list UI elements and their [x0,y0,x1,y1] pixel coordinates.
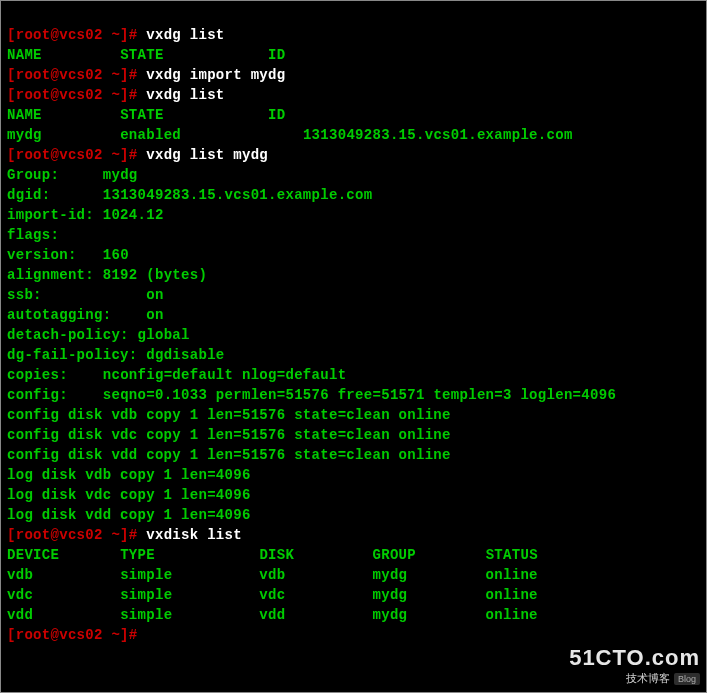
disk-status: online [486,607,538,623]
disk-type: simple [120,567,172,583]
disk-device: vdb [7,567,33,583]
cmd-vxdisk-list: vxdisk list [146,527,242,543]
config-label: config: [7,387,68,403]
import-label: import-id: [7,207,94,223]
dg-hdr-state: STATE [120,47,164,63]
detach-label: detach-policy: [7,327,129,343]
prompt: [root@vcs02 ~]# [7,87,138,103]
log-disk-vdd: log disk vdd copy 1 len=4096 [7,507,251,523]
terminal-output[interactable]: [root@vcs02 ~]# vxdg list NAME STATE ID … [1,1,706,692]
disk-type: simple [120,587,172,603]
disk-device: vdc [7,587,33,603]
flags-label: flags: [7,227,59,243]
terminal-window: [root@vcs02 ~]# vxdg list NAME STATE ID … [0,0,707,693]
disk-type: simple [120,607,172,623]
prompt: [root@vcs02 ~]# [7,67,138,83]
dg-state: enabled [120,127,181,143]
dgid-value: 1313049283.15.vcs01.example.com [103,187,373,203]
cmd-vxdg-list: vxdg list [146,27,224,43]
dg-hdr-state: STATE [120,107,164,123]
log-disk-vdb: log disk vdb copy 1 len=4096 [7,467,251,483]
dg-name: mydg [7,127,42,143]
dg-hdr-id: ID [268,107,285,123]
disk-group: mydg [372,587,407,603]
disk-disk: vdc [259,587,285,603]
cfg-disk-vdc: config disk vdc copy 1 len=51576 state=c… [7,427,451,443]
prompt: [root@vcs02 ~]# [7,27,138,43]
disk-hdr-group: GROUP [373,547,417,563]
cmd-vxdg-list-mydg: vxdg list mydg [146,147,268,163]
copies-value: nconfig=default nlog=default [103,367,347,383]
detach-value: global [138,327,190,343]
copies-label: copies: [7,367,68,383]
dgfail-label: dg-fail-policy: [7,347,138,363]
cfg-disk-vdb: config disk vdb copy 1 len=51576 state=c… [7,407,451,423]
ssb-label: ssb: [7,287,42,303]
cmd-vxdg-list: vxdg list [146,87,224,103]
disk-group: mydg [372,567,407,583]
disk-status: online [486,587,538,603]
dg-hdr-id: ID [268,47,285,63]
disk-device: vdd [7,607,33,623]
cmd-vxdg-import: vxdg import mydg [146,67,285,83]
autotag-value: on [146,307,163,323]
disk-hdr-status: STATUS [486,547,538,563]
dg-hdr-name: NAME [7,47,42,63]
version-value: 160 [103,247,129,263]
prompt: [root@vcs02 ~]# [7,627,138,643]
dg-id: 1313049283.15.vcs01.example.com [303,127,573,143]
prompt: [root@vcs02 ~]# [7,147,138,163]
log-disk-vdc: log disk vdc copy 1 len=4096 [7,487,251,503]
dg-hdr-name: NAME [7,107,42,123]
group-label: Group: [7,167,59,183]
disk-status: online [486,567,538,583]
version-label: version: [7,247,77,263]
align-value: 8192 (bytes) [103,267,207,283]
disk-group: mydg [372,607,407,623]
dgid-label: dgid: [7,187,51,203]
ssb-value: on [146,287,163,303]
dgfail-value: dgdisable [146,347,224,363]
prompt: [root@vcs02 ~]# [7,527,138,543]
disk-disk: vdb [259,567,285,583]
disk-hdr-type: TYPE [120,547,155,563]
group-value: mydg [103,167,138,183]
config-value: seqno=0.1033 permlen=51576 free=51571 te… [103,387,616,403]
disk-disk: vdd [259,607,285,623]
import-value: 1024.12 [103,207,164,223]
disk-hdr-device: DEVICE [7,547,59,563]
align-label: alignment: [7,267,94,283]
autotag-label: autotagging: [7,307,111,323]
cfg-disk-vdd: config disk vdd copy 1 len=51576 state=c… [7,447,451,463]
disk-hdr-disk: DISK [259,547,294,563]
